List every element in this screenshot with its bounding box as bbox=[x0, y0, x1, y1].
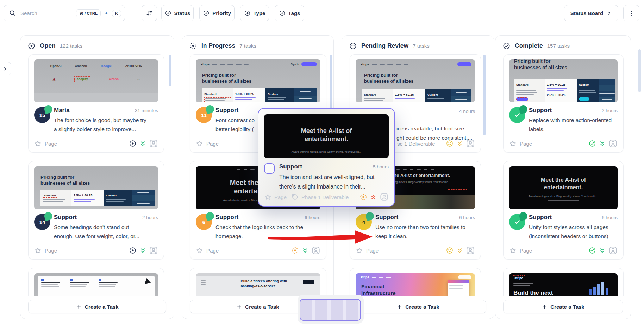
card-description: The font choice is good, but maybe try a… bbox=[54, 116, 158, 134]
card-timestamp: 5 hours bbox=[373, 164, 389, 170]
status-circle-dot-icon[interactable] bbox=[129, 247, 137, 254]
star-icon[interactable] bbox=[196, 140, 203, 147]
star-icon[interactable] bbox=[509, 247, 517, 254]
star-icon[interactable] bbox=[34, 247, 42, 254]
star-icon[interactable] bbox=[34, 140, 42, 147]
card-timestamp: 6 hours bbox=[459, 215, 475, 220]
select-checkbox[interactable] bbox=[264, 163, 275, 174]
thumb-custom-label: Custom bbox=[106, 194, 117, 197]
kbd-mod-badge: ⌘ / CTRL bbox=[76, 9, 101, 17]
card-thumbnail-pricing: stripe Pricing built for businesses of a… bbox=[356, 59, 475, 102]
status-check-circle-icon[interactable] bbox=[588, 140, 596, 147]
priority-chevrons-down-icon[interactable] bbox=[139, 247, 146, 254]
dragged-task-card[interactable]: Meet the A-list of entertainment. Award-… bbox=[258, 108, 395, 207]
page-scrollbar[interactable] bbox=[638, 49, 641, 92]
priority-chevrons-down-icon[interactable] bbox=[456, 247, 463, 254]
assignee-avatar-icon[interactable] bbox=[149, 139, 158, 148]
app-window: ⌘ / CTRL + K Status Priority Type Tags S… bbox=[0, 0, 644, 325]
task-card[interactable]: Pricing built for businesses of all size… bbox=[503, 54, 624, 153]
complete-check-badge bbox=[509, 107, 525, 123]
create-task-button[interactable]: Create a Task bbox=[350, 300, 486, 313]
column-title: Complete bbox=[515, 42, 543, 50]
card-type-label: Page bbox=[206, 248, 219, 254]
circle-plus-icon bbox=[244, 10, 251, 17]
card-thumbnail-logos: OpenAI amazon Google ANTHROPIC A shopify… bbox=[34, 59, 158, 102]
card-timestamp: 2 hours bbox=[142, 215, 158, 220]
task-card[interactable]: OpenAI amazon Google ANTHROPIC A shopify… bbox=[28, 54, 164, 153]
create-task-label: Create a Task bbox=[245, 304, 279, 310]
sidebar-expand-button[interactable] bbox=[0, 62, 11, 75]
status-smiley-icon[interactable] bbox=[446, 247, 454, 254]
column-pending-review-header: Pending Review 7 tasks bbox=[349, 42, 430, 50]
priority-ch evrons-down-icon[interactable] bbox=[599, 247, 606, 254]
create-task-button[interactable]: Create a Task bbox=[28, 300, 166, 313]
search-input[interactable] bbox=[20, 10, 73, 17]
assignee-avatar-icon[interactable] bbox=[608, 246, 618, 255]
column-pending-review-scrollbar[interactable] bbox=[483, 55, 486, 135]
assignee-avatar-icon[interactable] bbox=[149, 246, 158, 255]
sort-button[interactable] bbox=[142, 5, 157, 21]
status-circle-dot-icon[interactable] bbox=[129, 140, 137, 147]
column-in-progress-header: In Progress 7 tasks bbox=[189, 42, 256, 50]
assignee-avatar-icon[interactable] bbox=[466, 246, 475, 255]
logo-airbnb: airbnb bbox=[109, 77, 119, 81]
card-timestamp: 6 hours bbox=[602, 215, 618, 220]
column-title: Open bbox=[40, 42, 56, 50]
chevrons-up-down-icon bbox=[606, 10, 612, 16]
badge-leaf bbox=[44, 104, 54, 114]
task-card[interactable]: Meet the A-list of entertainment. Award-… bbox=[503, 161, 624, 260]
priority-chevrons-down-icon[interactable] bbox=[599, 140, 606, 147]
card-tag-label: Phase 1 Deliverable bbox=[301, 194, 349, 200]
priority-chevrons-up-icon[interactable] bbox=[370, 193, 377, 201]
stripe-logo: stripe bbox=[361, 63, 369, 66]
card-description: Use no more than two font families to ke… bbox=[375, 223, 475, 241]
column-in-progress-scrollbar[interactable] bbox=[330, 55, 332, 108]
column-complete: Complete 157 tasks Pricing built for bus… bbox=[495, 35, 631, 319]
comment-count-badge: 15 bbox=[34, 107, 50, 123]
stripe-logo: stripe bbox=[201, 63, 210, 66]
circle-dot-icon bbox=[27, 42, 36, 50]
filter-type-button[interactable]: Type bbox=[240, 5, 269, 21]
filter-type-label: Type bbox=[254, 10, 265, 16]
filter-status-button[interactable]: Status bbox=[161, 5, 194, 21]
status-dashed-circle-icon[interactable] bbox=[359, 193, 367, 201]
create-task-button[interactable]: Create a Task bbox=[503, 300, 623, 313]
card-author: Support bbox=[279, 163, 302, 170]
card-author: Maria bbox=[54, 107, 69, 114]
status-smiley-icon[interactable] bbox=[446, 140, 454, 147]
assignee-avatar-icon[interactable] bbox=[608, 139, 618, 148]
card-author: Support bbox=[529, 214, 552, 221]
view-select[interactable]: Status Board bbox=[564, 5, 618, 21]
card-timestamp: 4 hours bbox=[459, 109, 475, 114]
task-card[interactable]: Pricing built for businesses of all size… bbox=[28, 161, 164, 260]
annotation-box bbox=[448, 185, 467, 190]
card-thumbnail-dark-hero: Meet the A-list of entertainment. Award-… bbox=[264, 114, 389, 158]
thumb-build-text: Build the next bbox=[513, 289, 553, 297]
filter-priority-button[interactable]: Priority bbox=[199, 5, 235, 21]
status-check-circle-icon[interactable] bbox=[588, 247, 596, 254]
drag-drop-placeholder bbox=[300, 299, 361, 321]
assignee-avatar-icon[interactable] bbox=[466, 139, 475, 148]
sort-descending-icon bbox=[145, 9, 153, 17]
filter-tags-button[interactable]: Tags bbox=[275, 5, 304, 21]
create-task-label: Create a Task bbox=[85, 304, 118, 310]
star-icon[interactable] bbox=[196, 247, 203, 254]
kbd-plus: + bbox=[105, 11, 108, 16]
create-task-label: Create a Task bbox=[405, 304, 439, 310]
plus-icon bbox=[236, 304, 242, 310]
more-options-button[interactable] bbox=[623, 5, 639, 21]
assignee-avatar-icon[interactable] bbox=[380, 192, 389, 202]
column-open-scrollbar[interactable] bbox=[169, 55, 171, 86]
card-timestamp: 6 hours bbox=[305, 215, 320, 220]
card-timestamp: 31 minutes bbox=[135, 108, 158, 113]
card-author: Support bbox=[54, 214, 77, 221]
priority-chevrons-down-icon[interactable] bbox=[456, 140, 463, 147]
plus-icon bbox=[542, 304, 548, 310]
column-title: Pending Review bbox=[361, 42, 408, 50]
column-open: Open 122 tasks OpenAI amazon Google ANTH… bbox=[20, 35, 174, 319]
search-input-container[interactable]: ⌘ / CTRL + K bbox=[4, 5, 125, 21]
star-icon[interactable] bbox=[509, 140, 517, 147]
star-icon[interactable] bbox=[264, 193, 271, 201]
priority-chevrons-down-icon[interactable] bbox=[139, 140, 146, 147]
column-count: 157 tasks bbox=[547, 43, 570, 49]
